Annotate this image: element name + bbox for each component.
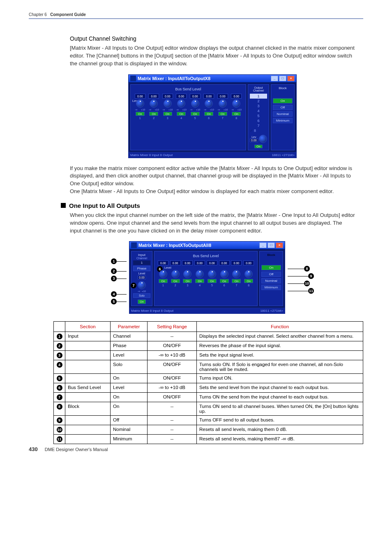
cell-parameter: Minimum xyxy=(111,435,148,444)
output-channel-item[interactable]: 7 xyxy=(250,123,267,128)
send-knob[interactable] xyxy=(191,99,199,108)
block-nominal-button[interactable]: Nominal xyxy=(261,278,281,283)
cell-section xyxy=(65,341,111,351)
send-knob[interactable] xyxy=(183,270,191,278)
output-level-section: Lev 0.00 xyxy=(250,135,267,143)
output-channel-item[interactable]: ✓8 xyxy=(250,128,267,133)
send-knob[interactable] xyxy=(171,270,180,278)
send-knob[interactable] xyxy=(177,99,185,108)
cell-range: -∞ to +10 dB xyxy=(148,351,197,360)
input-on-button[interactable]: On xyxy=(138,299,145,304)
output-on-button[interactable]: On xyxy=(254,145,262,148)
output-channel-item[interactable]: 6 xyxy=(250,118,267,123)
send-knob[interactable] xyxy=(232,270,240,278)
send-knob[interactable] xyxy=(219,99,227,108)
cell-function: Turns solo ON. If Solo is engaged for ev… xyxy=(197,360,363,374)
send-on-button[interactable]: On xyxy=(232,279,241,283)
send-knob[interactable] xyxy=(232,99,240,108)
send-on-button[interactable]: On xyxy=(183,279,192,283)
send-value[interactable]: 0.00 xyxy=(158,260,168,265)
block-nominal-button[interactable]: Nominal xyxy=(273,111,293,117)
send-value[interactable]: 0.00 xyxy=(190,94,201,99)
send-knob[interactable] xyxy=(159,270,167,278)
send-knob[interactable] xyxy=(150,99,158,108)
send-value[interactable]: 0.00 xyxy=(207,260,217,265)
send-on-button[interactable]: On xyxy=(208,279,217,283)
send-on-button[interactable]: On xyxy=(218,112,227,116)
block-on-button[interactable]: On xyxy=(273,98,293,104)
send-knob[interactable] xyxy=(205,99,213,108)
send-on-button[interactable]: On xyxy=(171,279,180,283)
send-value[interactable]: 0.00 xyxy=(194,260,205,265)
cell-parameter: Nominal xyxy=(111,425,148,435)
send-value[interactable]: 0.00 xyxy=(231,260,242,265)
send-value[interactable]: 0.00 xyxy=(176,94,187,99)
block-off-button[interactable]: Off xyxy=(261,272,281,277)
send-on-button[interactable]: On xyxy=(204,112,213,116)
input-channel-selector[interactable]: 1 xyxy=(133,260,150,265)
send-knob[interactable] xyxy=(208,270,216,278)
output-channel-item[interactable]: 2 xyxy=(250,99,267,104)
output-channel-item[interactable]: 3 xyxy=(250,104,267,108)
send-on-button[interactable]: On xyxy=(195,279,204,283)
send-on-button[interactable]: On xyxy=(159,279,168,283)
maximize-button[interactable]: □ xyxy=(279,76,286,81)
block-panel: Block On Off Nominal Minimum xyxy=(271,84,295,150)
window-titlebar[interactable]: Matrix Mixer : InputAllToOutputX8 _ □ × xyxy=(128,74,297,83)
cell-range: -∞ to +10 dB xyxy=(148,383,197,393)
window-title: Matrix Mixer : InputAllToOutputX8 xyxy=(138,76,210,81)
minimize-button[interactable]: _ xyxy=(271,76,278,81)
block-off-button[interactable]: Off xyxy=(273,105,293,110)
send-on-button[interactable]: On xyxy=(136,112,145,116)
send-on-button[interactable]: On xyxy=(220,279,229,283)
table-row: 10Nominal--Resets all send levels, makin… xyxy=(54,425,363,435)
output-channel-item[interactable]: 5 xyxy=(250,113,267,118)
send-knob[interactable] xyxy=(164,99,172,108)
send-value[interactable]: 0.00 xyxy=(162,94,173,99)
send-value[interactable]: 0.00 xyxy=(217,94,228,99)
block-minimum-button[interactable]: Minimum xyxy=(261,285,281,290)
send-value[interactable]: 0.00 xyxy=(231,94,242,99)
output-channel-item[interactable]: 4 xyxy=(250,108,267,113)
table-row: 7OnON/OFFTurns ON the send from the inpu… xyxy=(54,393,363,402)
output-channel-title: Output Channel xyxy=(250,86,267,92)
row-number-badge: 9 xyxy=(57,417,62,423)
send-on-button[interactable]: On xyxy=(244,279,253,283)
callout-5: 5 xyxy=(111,299,117,304)
th-function: Function xyxy=(197,322,363,332)
phase-button[interactable]: Phase xyxy=(133,266,150,271)
block-minimum-button[interactable]: Minimum xyxy=(273,118,293,123)
status-right: 18811 <271bit> xyxy=(272,153,295,157)
send-on-button[interactable]: On xyxy=(177,112,186,116)
send-value[interactable]: 0.00 xyxy=(203,94,214,99)
cell-function: Turns ON the send from the input channel… xyxy=(197,393,363,402)
send-value[interactable]: 0.00 xyxy=(182,260,193,265)
send-knob[interactable] xyxy=(220,270,228,278)
close-button[interactable]: × xyxy=(276,242,283,248)
block-on-button[interactable]: On xyxy=(261,265,281,270)
send-value[interactable]: 0.00 xyxy=(170,260,181,265)
solo-button[interactable]: Solo xyxy=(133,293,150,298)
send-value[interactable]: 0.00 xyxy=(148,94,159,99)
send-value[interactable]: 0.00 xyxy=(219,260,230,265)
minimize-button[interactable]: _ xyxy=(259,242,267,248)
lev-value[interactable]: 0.00 xyxy=(250,138,258,142)
output-channel-item[interactable]: 1 xyxy=(250,94,267,99)
window-titlebar[interactable]: Matrix Mixer : InputXToOutputAll8 _ □ × xyxy=(129,241,285,249)
send-on-button[interactable]: On xyxy=(232,112,241,116)
send-on-button[interactable]: On xyxy=(191,112,200,116)
block-title: Block xyxy=(261,253,281,257)
send-value[interactable]: 0.00 xyxy=(135,94,145,99)
input-level-knob[interactable] xyxy=(138,281,146,289)
send-knob[interactable] xyxy=(244,270,253,278)
send-knob[interactable] xyxy=(196,270,204,278)
cell-section xyxy=(65,416,111,425)
send-knob[interactable] xyxy=(136,99,144,108)
maximize-button[interactable]: □ xyxy=(267,242,275,248)
output-level-knob[interactable] xyxy=(259,135,267,143)
send-value[interactable]: 0.00 xyxy=(243,260,254,265)
close-button[interactable]: × xyxy=(287,76,295,81)
level-value[interactable]: 0.00 xyxy=(138,276,146,279)
send-on-button[interactable]: On xyxy=(149,112,158,116)
send-on-button[interactable]: On xyxy=(163,112,172,116)
